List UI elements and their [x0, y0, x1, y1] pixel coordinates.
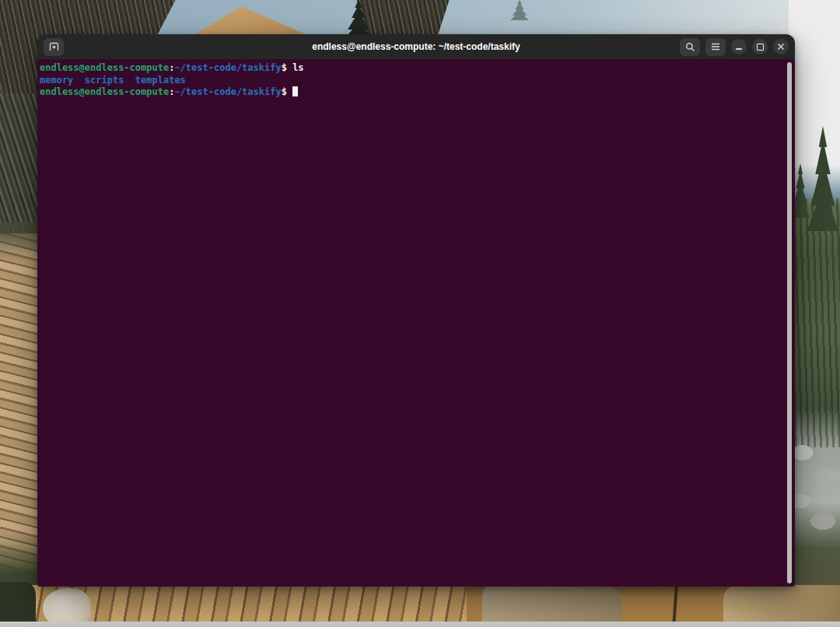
terminal-scrollbar[interactable] — [787, 62, 792, 583]
minimize-button[interactable] — [731, 39, 747, 54]
menu-button[interactable] — [705, 38, 726, 56]
new-tab-button[interactable] — [44, 38, 64, 56]
terminal-window: endless@endless-compute: ~/test-code/tas… — [37, 34, 795, 587]
window-titlebar[interactable]: endless@endless-compute: ~/test-code/tas… — [37, 34, 795, 59]
wallpaper-moss-top — [0, 222, 39, 261]
close-button[interactable] — [773, 39, 789, 54]
minimize-icon — [736, 48, 742, 50]
wallpaper-boulder-right — [723, 585, 840, 627]
terminal-cursor — [292, 86, 298, 96]
close-icon — [777, 43, 785, 51]
new-tab-icon — [49, 42, 59, 51]
terminal-line: endless@endless-compute:~/test-code/task… — [40, 62, 795, 75]
wallpaper-forest-texture — [789, 198, 840, 447]
wallpaper-pine-faint — [509, 0, 530, 20]
wallpaper-boulder — [482, 585, 622, 627]
wallpaper-rock-scree — [789, 434, 840, 535]
window-title: endless@endless-compute: ~/test-code/tas… — [312, 41, 520, 52]
search-button[interactable] — [680, 38, 700, 56]
terminal-output: endless@endless-compute:~/test-code/task… — [40, 62, 795, 99]
search-icon — [685, 42, 695, 52]
terminal-viewport[interactable]: endless@endless-compute:~/test-code/task… — [37, 59, 795, 587]
desktop: endless@endless-compute: ~/test-code/tas… — [0, 0, 840, 627]
wallpaper-branches-left-edge — [0, 93, 39, 241]
wallpaper-ground-edge — [0, 622, 840, 627]
hamburger-menu-icon — [711, 43, 720, 51]
terminal-line: memory scripts templates — [40, 75, 795, 87]
window-controls — [680, 38, 789, 56]
maximize-button[interactable] — [752, 39, 768, 54]
maximize-icon — [757, 44, 764, 51]
terminal-line: endless@endless-compute:~/test-code/task… — [40, 86, 795, 99]
wallpaper-shadow-corner — [0, 582, 36, 627]
